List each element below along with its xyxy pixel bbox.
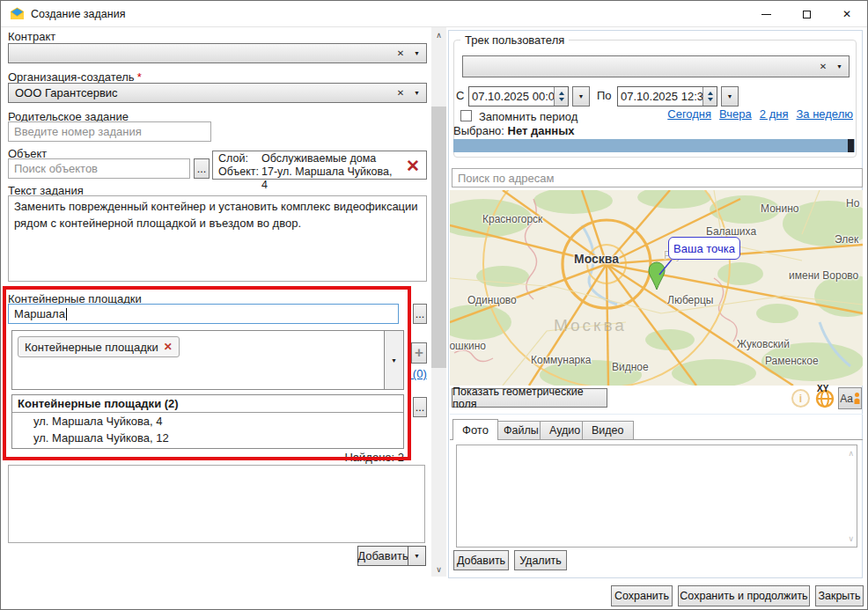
results-header: Контейнерные площадки (2) [12,395,403,413]
city-label: Видное [612,361,649,373]
city-label: Балашиха [706,225,756,238]
chevron-down-icon[interactable]: ▼ [414,90,420,96]
quick-period-links: Сегодня Вчера 2 дня За неделю [667,107,853,121]
show-geometry-button[interactable]: Показать геометрические поля [452,388,607,408]
date-from-calendar-button[interactable]: ▼ [572,86,590,107]
form-scrollbar[interactable]: ∧ ∨ [431,27,446,577]
layer-key: Слой: [218,152,261,165]
link-today[interactable]: Сегодня [667,107,711,121]
track-range-slider[interactable] [453,139,855,152]
chevron-down-icon[interactable]: ▼ [414,50,420,56]
tab-video[interactable]: Видео [582,421,634,439]
scrollbar-thumb[interactable] [431,107,446,368]
spin-down-icon [708,98,713,101]
contract-label: Контракт [8,30,55,43]
chip-label: Контейнерные площадки [25,341,158,354]
attachment-delete-button[interactable]: Удалить [514,550,567,570]
date-to-spinner[interactable] [702,87,717,106]
object-search-input[interactable]: Поиск объектов [8,158,190,179]
minimize-icon [761,14,771,15]
maximize-button[interactable] [786,1,827,27]
save-continue-button[interactable]: Сохранить и продолжить [678,585,810,606]
attachment-add-button[interactable]: Добавить [453,550,509,570]
date-to-picker[interactable]: 07.10.2025 12:34 ▼ [617,86,739,107]
close-icon: ✕ [842,8,851,20]
layer-value: Обслуживаемые дома [261,152,376,165]
city-label: Люберцы [667,294,713,306]
add-split-button[interactable]: Добавить ▼ [357,546,426,566]
layer-filter-chip[interactable]: Контейнерные площадки ✕ [18,336,180,357]
search-results-panel: Контейнерные площадки (2) ул. Маршала Чу… [11,394,404,449]
scroll-up-icon[interactable]: ∧ [848,449,854,458]
city-label: кошкино [450,340,486,352]
labels-toggle-button[interactable]: Aa [838,387,862,409]
city-label: Но [846,197,859,209]
close-form-button[interactable]: Закрыть [815,585,864,606]
photo-listbox[interactable]: ∧ ∨ [456,445,857,548]
container-sites-search-input[interactable]: Маршала [8,304,399,324]
task-text-area[interactable]: Заменить поврежденный контейнер и устано… [8,195,427,282]
date-to-value[interactable]: 07.10.2025 12:34 [618,87,702,106]
slider-handle[interactable] [848,139,854,152]
layer-filter-dropdown[interactable]: Контейнерные площадки ✕ ▼ [11,330,404,390]
spin-down-icon [559,98,564,101]
city-label: Коммунарка [531,354,591,366]
chevron-down-icon: ▼ [391,357,397,364]
address-search-input[interactable]: Поиск по адресам [452,168,863,187]
sites-browse-button[interactable]: ... [413,304,427,324]
save-button[interactable]: Сохранить [611,585,673,606]
object-browse-button[interactable]: ... [194,158,210,179]
selected-track-value: Нет данных [508,124,575,137]
scroll-down-icon[interactable]: ∨ [848,534,854,543]
info-icon[interactable]: i [791,389,810,408]
user-track-legend: Трек пользователя [460,33,569,47]
map-view[interactable]: Красногорск Монино Но Балашиха Элек Моск… [450,190,863,386]
contract-combobox[interactable]: ✕▼ [8,43,427,63]
chevron-down-icon[interactable]: ▼ [836,63,842,70]
city-label: Раменское [765,355,819,367]
parent-task-input[interactable]: Введите номер задания [8,121,211,142]
user-track-combobox[interactable]: ✕▼ [462,55,850,77]
your-point-callout[interactable]: Ваша точка [668,237,740,260]
remember-period-checkbox[interactable] [460,110,472,121]
sites-browse-button-2[interactable]: ... [413,397,427,417]
clear-icon[interactable]: ✕ [820,62,827,71]
chevron-down-icon: ▼ [727,93,733,99]
close-button[interactable]: ✕ [827,1,867,27]
maximize-icon [803,11,811,18]
date-from-picker[interactable]: 07.10.2025 00:00 ▼ [468,86,590,107]
add-button[interactable]: Добавить [358,547,408,565]
app-icon [10,7,25,21]
date-from-spinner[interactable] [554,87,568,106]
minimize-button[interactable] [746,1,786,27]
city-label: Одинцово [467,294,517,306]
selected-sites-listbox[interactable] [8,465,425,543]
add-site-plus-button[interactable]: + [411,342,427,364]
scroll-down-icon[interactable]: ∨ [431,562,446,577]
date-from-value[interactable]: 07.10.2025 00:00 [469,87,554,106]
divider [450,414,863,415]
filter-dropdown-button[interactable]: ▼ [384,331,403,389]
link-yesterday[interactable]: Вчера [719,107,752,121]
link-week[interactable]: За неделю [796,107,853,121]
remove-object-icon[interactable]: ✕ [406,157,420,173]
clear-icon[interactable]: ✕ [397,88,404,98]
scroll-up-icon[interactable]: ∧ [431,27,446,42]
found-count-label: Найдено: 2 [11,451,404,464]
link-2days[interactable]: 2 дня [760,107,789,121]
clear-icon[interactable]: ✕ [397,48,404,58]
organization-combobox[interactable]: ООО Гарантсервис ✕▼ [8,83,427,103]
selected-count-link[interactable]: е (0) [409,367,427,380]
tab-photo[interactable]: Фото [452,419,498,440]
chip-remove-icon[interactable]: ✕ [164,341,173,353]
result-item[interactable]: ул. Маршала Чуйкова, 4 [12,413,403,430]
date-to-calendar-button[interactable]: ▼ [721,86,739,107]
required-mark: * [137,70,142,84]
result-item[interactable]: ул. Маршала Чуйкова, 12 [12,430,403,446]
chevron-down-icon: ▼ [578,93,585,99]
coordinates-globe-icon[interactable]: XY [813,386,836,409]
spin-up-icon [559,92,564,95]
window-title: Создание задания [31,1,125,27]
city-label: Москва [574,252,619,266]
add-dropdown-arrow[interactable]: ▼ [408,547,425,565]
